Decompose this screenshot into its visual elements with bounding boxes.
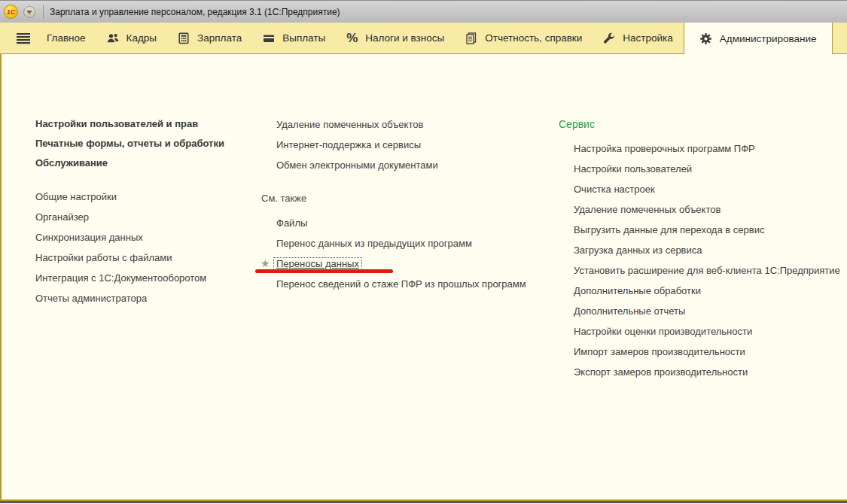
gear-icon: [699, 32, 712, 45]
section-menubar: Главное Кадры: [0, 23, 847, 54]
tab-label: Выплаты: [282, 32, 325, 44]
tab-label: Налоги и взносы: [365, 32, 444, 44]
command-link[interactable]: Перенос сведений о стаже ПФР из прошлых …: [276, 274, 547, 294]
command-link[interactable]: Органайзер: [35, 207, 261, 227]
group-link-print-forms[interactable]: Печатные формы, отчеты и обработки: [35, 134, 261, 153]
window-title: Зарплата и управление персоналом, редакц…: [50, 7, 340, 17]
tab-nalogi-i-vznosy[interactable]: % Налоги и взносы: [336, 23, 455, 53]
wrench-icon: [603, 32, 615, 44]
group-link-users-rights[interactable]: Настройки пользователей и прав: [35, 114, 261, 134]
titlebar-divider: [43, 5, 44, 19]
app-window: 1С Зарплата и управление персоналом, ред…: [0, 0, 847, 504]
command-link[interactable]: Обмен электронными документами: [276, 155, 547, 175]
command-link[interactable]: Синхронизация данных: [35, 227, 261, 247]
command-link[interactable]: Файлы: [276, 213, 547, 233]
link-perenosy-dannyh[interactable]: ★ Переносы данных: [276, 254, 547, 274]
command-link[interactable]: Настройки работы с файлами: [35, 247, 261, 268]
chevron-down-icon: [26, 10, 32, 14]
command-link[interactable]: Перенос данных из предыдущих программ: [276, 233, 547, 254]
main-menu-dropdown-button[interactable]: [23, 6, 35, 18]
tab-label: Главное: [47, 32, 86, 44]
tab-administrirovanie[interactable]: Администрирование: [684, 23, 833, 54]
tab-glavnoe[interactable]: Главное: [36, 23, 96, 53]
command-link[interactable]: Импорт замеров производительности: [574, 342, 845, 362]
column-tools: Удаление помеченных объектов Интернет-по…: [261, 114, 547, 294]
command-link[interactable]: Загрузка данных из сервиса: [574, 240, 845, 260]
spacer: [261, 175, 547, 189]
command-link[interactable]: Настройки пользователей: [574, 159, 845, 179]
command-link[interactable]: Дополнительные обработки: [574, 281, 845, 301]
admin-section-panel: Настройки пользователей и прав Печатные …: [0, 54, 847, 499]
command-link[interactable]: Интернет-поддержка и сервисы: [276, 135, 547, 155]
command-link[interactable]: Экспорт замеров производительности: [574, 362, 845, 382]
command-link[interactable]: Выгрузить данные для перехода в сервис: [574, 220, 845, 240]
window-bottom-edge: [0, 499, 847, 503]
service-header: Сервис: [559, 114, 845, 134]
command-link[interactable]: Общие настройки: [35, 187, 261, 207]
column-settings-groups: Настройки пользователей и прав Печатные …: [35, 114, 261, 308]
hamburger-menu-button[interactable]: [14, 23, 33, 53]
tab-nastroyka[interactable]: Настройка: [593, 23, 683, 53]
tab-vyplaty[interactable]: Выплаты: [252, 23, 336, 53]
card-icon: [263, 32, 275, 44]
1c-logo-icon: 1С: [4, 5, 18, 19]
command-link[interactable]: Настройка проверочных программ ПФР: [574, 138, 845, 159]
command-link[interactable]: Установить расширение для веб-клиента 1С…: [574, 260, 845, 281]
tab-zarplata[interactable]: Зарплата: [167, 23, 252, 53]
command-link[interactable]: Удаление помеченных объектов: [276, 114, 547, 135]
command-link[interactable]: Очистка настроек: [574, 179, 845, 199]
logo-text: 1С: [7, 8, 16, 16]
titlebar: 1С Зарплата и управление персоналом, ред…: [0, 0, 847, 23]
group-link-maintenance[interactable]: Обслуживание: [35, 153, 261, 173]
calculator-icon: [178, 32, 190, 44]
tab-label: Зарплата: [197, 32, 242, 44]
column-service: Сервис Настройка проверочных программ ПФ…: [559, 114, 845, 382]
tab-otchetnost-spravki[interactable]: Отчетность, справки: [455, 23, 593, 53]
tab-label: Администрирование: [720, 33, 817, 44]
command-link[interactable]: Интеграция с 1С:Документооборотом: [35, 268, 261, 288]
command-link[interactable]: Дополнительные отчеты: [574, 301, 845, 321]
command-link[interactable]: Удаление помеченных объектов: [574, 199, 845, 220]
tab-label: Кадры: [126, 32, 157, 44]
percent-icon: %: [346, 32, 358, 44]
command-link[interactable]: Настройки оценки производительности: [574, 321, 845, 342]
tab-label: Настройка: [623, 32, 672, 44]
command-link[interactable]: Отчеты администратора: [35, 288, 261, 308]
focused-link-text[interactable]: Переносы данных: [273, 257, 362, 270]
hamburger-icon: [17, 32, 30, 44]
tab-label: Отчетность, справки: [485, 32, 582, 44]
tab-kadry[interactable]: Кадры: [96, 23, 167, 53]
spacer: [35, 173, 261, 187]
annotation-red-underline: [255, 269, 393, 273]
people-icon: [107, 32, 119, 44]
reports-icon: [465, 32, 477, 44]
see-also-header: См. также: [261, 189, 547, 208]
